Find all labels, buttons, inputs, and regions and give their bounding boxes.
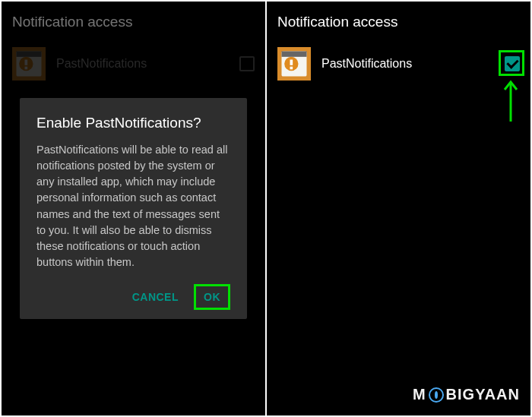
page-title-right: Notification access: [267, 2, 530, 39]
left-screenshot: Notification access PastNotifications En…: [2, 2, 265, 415]
dialog-body: PastNotifications will be able to read a…: [36, 142, 230, 270]
arrow-up-icon: [503, 79, 518, 122]
app-row-right[interactable]: PastNotifications: [267, 39, 530, 88]
dialog-actions: CANCEL OK: [36, 284, 230, 310]
watermark-post: BIGYAAN: [446, 386, 520, 403]
pastnotifications-app-icon: [277, 47, 311, 81]
svg-rect-8: [282, 52, 307, 57]
cancel-button[interactable]: CANCEL: [125, 285, 186, 309]
globe-icon: [429, 387, 444, 403]
right-screenshot: Notification access PastNotifications M …: [267, 2, 530, 415]
highlight-checkbox: [499, 50, 524, 76]
app-name-right: PastNotifications: [321, 57, 494, 71]
dialog-overlay: Enable PastNotifications? PastNotificati…: [2, 2, 265, 415]
dialog-title: Enable PastNotifications?: [36, 115, 230, 131]
watermark: M BIGYAAN: [413, 386, 520, 403]
svg-rect-11: [290, 67, 293, 70]
svg-rect-10: [290, 60, 293, 65]
enable-dialog: Enable PastNotifications? PastNotificati…: [20, 98, 247, 318]
highlight-ok: OK: [194, 284, 230, 310]
ok-button[interactable]: OK: [199, 288, 225, 306]
watermark-pre: M: [413, 386, 426, 403]
